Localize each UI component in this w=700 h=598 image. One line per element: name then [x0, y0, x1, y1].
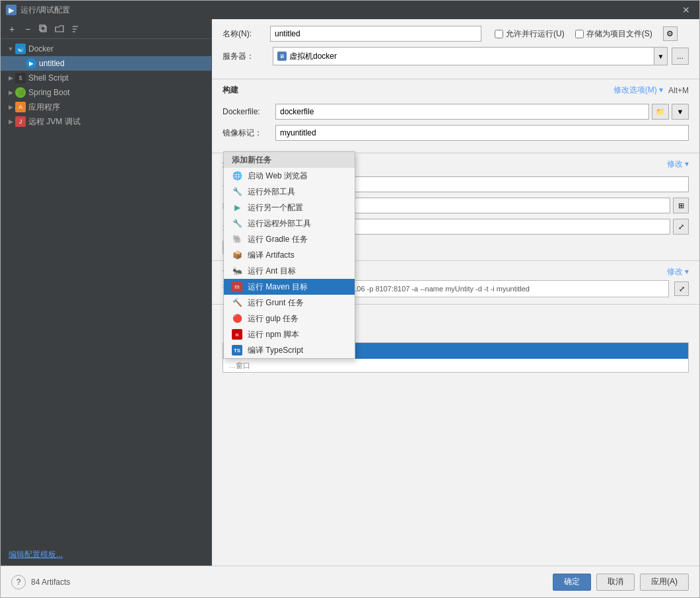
- build-shortcut: Alt+M: [668, 86, 689, 95]
- server-dropdown-arrow[interactable]: ▼: [654, 48, 667, 65]
- server-label: 服务器：: [223, 51, 269, 62]
- gear-button[interactable]: ⚙: [663, 26, 678, 41]
- jvm-expand-icon: ▶: [6, 117, 15, 126]
- allow-parallel-checkbox[interactable]: [495, 30, 503, 38]
- cancel-button[interactable]: 取消: [596, 574, 635, 591]
- dropdown-item-npm[interactable]: n 运行 npm 脚本: [224, 326, 355, 342]
- dropdown-item-external-tool[interactable]: 🔧 运行外部工具: [224, 184, 355, 200]
- copy-config-button[interactable]: [36, 22, 51, 36]
- dockerfile-row: Dockerfile: 📁 ▼: [223, 104, 689, 120]
- spring-label: Spring Boot: [28, 88, 70, 97]
- folder-button[interactable]: [52, 22, 67, 36]
- dropdown-item-web-browser[interactable]: 🌐 启动 Web 浏览器: [224, 168, 355, 184]
- right-panel: 名称(N): 允许并行运行(U) 存储为项目文件(S) ⚙: [212, 19, 699, 566]
- dropdown-item-remote-external[interactable]: 🔧 运行远程外部工具: [224, 215, 355, 231]
- dropdown-item-artifacts[interactable]: 📦 编译 Artifacts: [224, 247, 355, 263]
- shell-expand-icon: ▶: [6, 73, 15, 83]
- spring-icon: 🌿: [15, 87, 26, 98]
- close-button[interactable]: ✕: [678, 3, 694, 17]
- play-icon: ▶: [232, 202, 242, 213]
- untitled-icon: ▶: [26, 58, 36, 69]
- bottom-bar: ? 84 Artifacts 确定 取消 应用(A): [1, 566, 699, 597]
- remove-config-button[interactable]: −: [20, 22, 35, 36]
- build-options-link[interactable]: 修改选项(M) ▾: [613, 85, 663, 96]
- dockerfile-label: Dockerfile:: [223, 107, 275, 116]
- ok-button[interactable]: 确定: [553, 574, 591, 591]
- help-button[interactable]: ?: [11, 575, 26, 589]
- dockerfile-input[interactable]: [275, 104, 649, 120]
- server-ellipsis-button[interactable]: ...: [672, 48, 689, 65]
- build-section-body: Dockerfile: 📁 ▼ 镜像标记：: [212, 100, 699, 153]
- sort-button[interactable]: [68, 22, 83, 36]
- shell-label: Shell Script: [28, 73, 69, 83]
- exec-list-placeholder: …窗口: [223, 359, 688, 372]
- dropdown-item-gradle[interactable]: 🐘 运行 Gradle 任务: [224, 231, 355, 247]
- save-to-file-checkbox[interactable]: [575, 30, 584, 38]
- server-row: 服务器： 🖥 虚拟机docker ▼ ...: [223, 47, 689, 65]
- compile-icon: 📦: [232, 250, 242, 260]
- exec-list: m d: clean package' 添加新任务 🌐 启动 Web 浏览器 🔧…: [223, 342, 689, 373]
- port-expand-button[interactable]: ⊞: [673, 198, 689, 213]
- dropdown-item-gulp[interactable]: 🔴 运行 gulp 任务: [224, 311, 355, 326]
- dropdown-item-grunt[interactable]: 🔨 运行 Grunt 任务: [224, 295, 355, 311]
- dropdown-item-maven[interactable]: m 运行 Maven 目标: [224, 279, 355, 295]
- tree-app-item[interactable]: ▶ A 应用程序: [1, 100, 211, 114]
- app-expand-icon: ▶: [6, 102, 15, 112]
- build-section-header: 构建 修改选项(M) ▾ Alt+M: [212, 79, 699, 100]
- grunt-icon: 🔨: [232, 297, 242, 308]
- server-select-display[interactable]: 🖥 虚拟机docker: [273, 48, 654, 65]
- dockerfile-folder-button[interactable]: 📁: [652, 104, 669, 120]
- dropdown-menu-header: 添加新任务: [224, 152, 355, 168]
- artifacts-label: 84 Artifacts: [31, 578, 70, 587]
- tree-spring-item[interactable]: ▶ 🌿 Spring Boot: [1, 85, 211, 100]
- maven-run-icon: m: [232, 281, 242, 292]
- image-input[interactable]: [275, 125, 689, 141]
- run-options-link[interactable]: 修改 ▾: [667, 159, 689, 170]
- dropdown-item-typescript[interactable]: TS 编译 TypeScript: [224, 342, 355, 358]
- image-row: 镜像标记：: [223, 125, 689, 141]
- cmd-expand-button[interactable]: ⤢: [674, 281, 689, 296]
- app-icon: A: [15, 102, 26, 112]
- title-bar: ▶ 运行/调试配置 ✕: [1, 1, 699, 19]
- globe-icon: 🌐: [232, 170, 242, 181]
- tree-jvm-item[interactable]: ▶ J 远程 JVM 调试: [1, 114, 211, 129]
- docker-group-label: Docker: [28, 44, 53, 54]
- dropdown-item-ant[interactable]: 🐜 运行 Ant 目标: [224, 263, 355, 279]
- svg-rect-0: [41, 26, 46, 32]
- tree-shell-item[interactable]: ▶ $ Shell Script: [1, 71, 211, 85]
- name-input[interactable]: [270, 26, 481, 42]
- app-icon: ▶: [6, 5, 17, 15]
- dockerfile-dropdown-button[interactable]: ▼: [672, 104, 689, 120]
- svg-rect-1: [40, 25, 45, 30]
- run-option-expand-button[interactable]: ⤢: [673, 219, 689, 235]
- tree-untitled-item[interactable]: ▶ untitled: [1, 56, 211, 71]
- ts-icon: TS: [232, 345, 242, 355]
- save-to-file-label: 存储为项目文件(S): [575, 28, 652, 40]
- apply-button[interactable]: 应用(A): [640, 574, 689, 591]
- left-panel: + − ▼ 🐋 Docker: [1, 19, 212, 566]
- app-label: 应用程序: [28, 102, 60, 113]
- gradle-icon: 🐘: [232, 234, 242, 244]
- ant-icon: 🐜: [232, 266, 242, 276]
- tree-docker-group[interactable]: ▼ 🐋 Docker: [1, 42, 211, 56]
- server-icon: 🖥: [277, 52, 287, 61]
- spring-expand-icon: ▶: [6, 88, 15, 97]
- tool2-icon: 🔧: [232, 218, 242, 229]
- bottom-spacer: [212, 373, 699, 399]
- cmd-options-link[interactable]: 修改 ▾: [667, 266, 689, 278]
- bottom-bar-right: 确定 取消 应用(A): [553, 574, 689, 591]
- server-section: 服务器： 🖥 虚拟机docker ▼ ...: [212, 47, 699, 79]
- left-toolbar: + −: [1, 19, 211, 39]
- name-label: 名称(N):: [223, 28, 262, 40]
- bottom-bar-left: ? 84 Artifacts: [11, 575, 70, 589]
- dialog-title: 运行/调试配置: [20, 5, 70, 16]
- docker-expand-icon: ▼: [6, 44, 15, 54]
- build-title: 构建: [223, 85, 238, 96]
- dropdown-menu: 添加新任务 🌐 启动 Web 浏览器 🔧 运行外部工具 ▶ 运行另一个配置: [223, 151, 355, 359]
- dockerfile-input-wrap: 📁 ▼: [275, 104, 689, 120]
- add-config-button[interactable]: +: [5, 22, 19, 36]
- name-row: 名称(N): 允许并行运行(U) 存储为项目文件(S) ⚙: [212, 19, 699, 47]
- dropdown-item-another-config[interactable]: ▶ 运行另一个配置: [224, 200, 355, 215]
- edit-templates-link[interactable]: 编辑配置模板...: [1, 544, 211, 566]
- image-label: 镜像标记：: [223, 128, 275, 139]
